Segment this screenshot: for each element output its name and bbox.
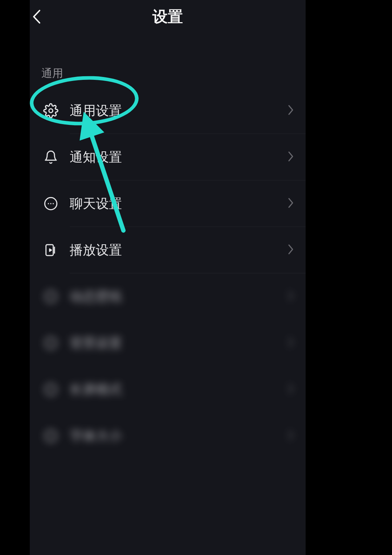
chevron-left-icon [32,9,42,24]
blurred-icon [41,287,60,306]
header-bar: 设置 [30,0,306,33]
row-label: 字体大小 [70,427,287,445]
playback-settings-row[interactable]: 播放设置 [30,227,306,273]
svg-point-6 [45,291,56,302]
blurred-row[interactable]: 动态壁纸 [30,273,306,320]
blurred-icon [41,334,60,352]
bell-icon [41,148,60,167]
page-title: 设置 [152,7,183,27]
row-label: 动态壁纸 [70,288,287,306]
row-label: 通用设置 [70,102,287,120]
back-button[interactable] [30,9,44,24]
general-settings-row[interactable]: 通用设置 [30,87,306,134]
svg-point-9 [45,430,56,441]
blurred-icon [41,380,60,399]
play-icon [41,241,60,260]
blurred-icon [41,427,60,445]
row-label: 播放设置 [70,241,287,259]
row-label: 背景设置 [70,334,287,352]
settings-screen: 设置 通用 通用设置 通知设置 [30,0,306,555]
chat-settings-row[interactable]: 聊天设置 [30,180,306,227]
chat-icon [41,194,60,213]
gear-icon [41,101,60,120]
chevron-right-icon [287,383,294,396]
chevron-right-icon [287,244,294,256]
svg-point-4 [53,203,54,204]
svg-point-7 [45,338,56,348]
row-label: 长屏模式 [70,381,287,399]
svg-point-0 [49,109,53,113]
notification-settings-row[interactable]: 通知设置 [30,134,306,180]
chevron-right-icon [287,290,294,303]
svg-point-8 [45,384,56,395]
section-label: 通用 [41,66,294,81]
chevron-right-icon [287,430,294,442]
settings-list: 通用设置 通知设置 [30,87,306,459]
chevron-right-icon [287,197,294,210]
chevron-right-icon [287,151,294,163]
blurred-row[interactable]: 字体大小 [30,413,306,459]
blurred-row[interactable]: 长屏模式 [30,366,306,413]
chevron-right-icon [287,105,294,117]
chevron-right-icon [287,337,294,349]
row-label: 聊天设置 [70,195,287,213]
blurred-row[interactable]: 背景设置 [30,320,306,366]
svg-point-2 [48,203,49,204]
section-header: 通用 [30,33,306,87]
row-label: 通知设置 [70,148,287,166]
svg-point-3 [50,203,51,204]
